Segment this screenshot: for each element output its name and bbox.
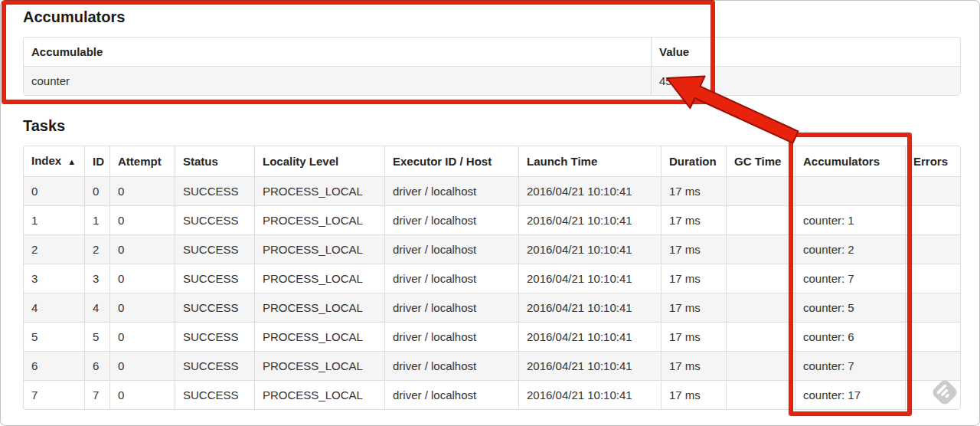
table-row: 2 2 0 SUCCESS PROCESS_LOCAL driver / loc… (24, 234, 960, 264)
cell-errors (905, 176, 960, 205)
cell-launch-time: 2016/04/21 10:10:41 (518, 293, 661, 322)
cell-index: 7 (24, 380, 84, 409)
spark-ui-stage-page: Accumulators Accumulable Value counter 4… (0, 0, 980, 426)
cell-attempt: 0 (109, 351, 175, 380)
cell-duration: 17 ms (661, 293, 726, 322)
cell-id: 6 (84, 351, 109, 380)
cell-errors (905, 234, 960, 264)
cell-errors (905, 293, 960, 322)
cell-id: 2 (84, 234, 109, 264)
cell-id: 1 (84, 205, 109, 234)
cell-errors (905, 380, 960, 409)
cell-launch-time: 2016/04/21 10:10:41 (518, 234, 661, 264)
column-header-index[interactable]: Index▲ (24, 146, 84, 176)
cell-locality-level: PROCESS_LOCAL (254, 322, 384, 351)
table-row: 6 6 0 SUCCESS PROCESS_LOCAL driver / loc… (24, 351, 960, 380)
cell-accumulable: counter (24, 66, 651, 95)
column-header-gc-time[interactable]: GC Time (726, 146, 795, 176)
cell-launch-time: 2016/04/21 10:10:41 (518, 351, 661, 380)
cell-status: SUCCESS (175, 380, 254, 409)
cell-executor-id-host: driver / localhost (384, 322, 518, 351)
cell-id: 5 (84, 322, 109, 351)
page-content: Accumulators Accumulable Value counter 4… (23, 0, 959, 410)
column-header-accumulable: Accumulable (24, 38, 651, 66)
cell-value: 45 (651, 66, 960, 95)
cell-status: SUCCESS (175, 205, 254, 234)
table-row: counter 45 (24, 66, 960, 95)
cell-gc-time (726, 351, 795, 380)
cell-gc-time (726, 205, 795, 234)
cell-gc-time (726, 176, 795, 205)
cell-index: 3 (24, 264, 84, 293)
cell-duration: 17 ms (661, 234, 726, 264)
accumulators-table: Accumulable Value counter 45 (23, 37, 961, 96)
cell-id: 7 (84, 380, 109, 409)
cell-errors (905, 205, 960, 234)
column-header-id[interactable]: ID (84, 146, 109, 176)
cell-id: 3 (84, 264, 109, 293)
cell-executor-id-host: driver / localhost (384, 234, 518, 264)
cell-status: SUCCESS (175, 234, 254, 264)
cell-status: SUCCESS (175, 176, 254, 205)
cell-status: SUCCESS (175, 322, 254, 351)
column-header-launch-time[interactable]: Launch Time (518, 146, 661, 176)
cell-index: 4 (24, 293, 84, 322)
table-row: 4 4 0 SUCCESS PROCESS_LOCAL driver / loc… (24, 293, 960, 322)
cell-status: SUCCESS (175, 293, 254, 322)
table-row: 7 7 0 SUCCESS PROCESS_LOCAL driver / loc… (24, 380, 960, 409)
cell-errors (905, 351, 960, 380)
cell-status: SUCCESS (175, 351, 254, 380)
cell-accumulators: counter: 1 (795, 205, 905, 234)
cell-launch-time: 2016/04/21 10:10:41 (518, 176, 661, 205)
column-header-duration[interactable]: Duration (661, 146, 726, 176)
cell-accumulators: counter: 6 (795, 322, 905, 351)
cell-duration: 17 ms (661, 351, 726, 380)
cell-locality-level: PROCESS_LOCAL (254, 380, 384, 409)
table-row: 1 1 0 SUCCESS PROCESS_LOCAL driver / loc… (24, 205, 960, 234)
column-header-accumulators[interactable]: Accumulators (795, 146, 905, 176)
column-header-status[interactable]: Status (175, 146, 254, 176)
cell-accumulators: counter: 5 (795, 293, 905, 322)
accumulators-section-title: Accumulators (23, 0, 959, 25)
cell-launch-time: 2016/04/21 10:10:41 (518, 322, 661, 351)
cell-index: 2 (24, 234, 84, 264)
column-header-label: Index (31, 154, 61, 167)
cell-locality-level: PROCESS_LOCAL (254, 351, 384, 380)
cell-executor-id-host: driver / localhost (384, 176, 518, 205)
cell-locality-level: PROCESS_LOCAL (254, 205, 384, 234)
cell-attempt: 0 (109, 176, 175, 205)
cell-id: 0 (84, 176, 109, 205)
cell-accumulators: counter: 7 (795, 351, 905, 380)
cell-locality-level: PROCESS_LOCAL (254, 264, 384, 293)
cell-index: 0 (24, 176, 84, 205)
cell-launch-time: 2016/04/21 10:10:41 (518, 264, 661, 293)
cell-gc-time (726, 380, 795, 409)
cell-index: 1 (24, 205, 84, 234)
cell-locality-level: PROCESS_LOCAL (254, 234, 384, 264)
cell-executor-id-host: driver / localhost (384, 351, 518, 380)
cell-attempt: 0 (109, 264, 175, 293)
cell-gc-time (726, 234, 795, 264)
cell-gc-time (726, 264, 795, 293)
cell-executor-id-host: driver / localhost (384, 264, 518, 293)
cell-accumulators: counter: 2 (795, 234, 905, 264)
column-header-errors[interactable]: Errors (905, 146, 960, 176)
cell-launch-time: 2016/04/21 10:10:41 (518, 380, 661, 409)
table-row: 5 5 0 SUCCESS PROCESS_LOCAL driver / loc… (24, 322, 960, 351)
tasks-table: Index▲ ID Attempt Status Locality Level … (23, 146, 961, 410)
table-row: 0 0 0 SUCCESS PROCESS_LOCAL driver / loc… (24, 176, 960, 205)
cell-attempt: 0 (109, 380, 175, 409)
column-header-attempt[interactable]: Attempt (109, 146, 175, 176)
cell-executor-id-host: driver / localhost (384, 380, 518, 409)
cell-duration: 17 ms (661, 322, 726, 351)
cell-attempt: 0 (109, 205, 175, 234)
column-header-value: Value (651, 38, 960, 66)
column-header-executor-id-host[interactable]: Executor ID / Host (384, 146, 518, 176)
table-row: 3 3 0 SUCCESS PROCESS_LOCAL driver / loc… (24, 264, 960, 293)
column-header-locality-level[interactable]: Locality Level (254, 146, 384, 176)
table-header-row: Index▲ ID Attempt Status Locality Level … (24, 146, 960, 176)
table-header-row: Accumulable Value (24, 38, 960, 66)
cell-gc-time (726, 293, 795, 322)
cell-executor-id-host: driver / localhost (384, 205, 518, 234)
cell-accumulators: counter: 17 (795, 380, 905, 409)
